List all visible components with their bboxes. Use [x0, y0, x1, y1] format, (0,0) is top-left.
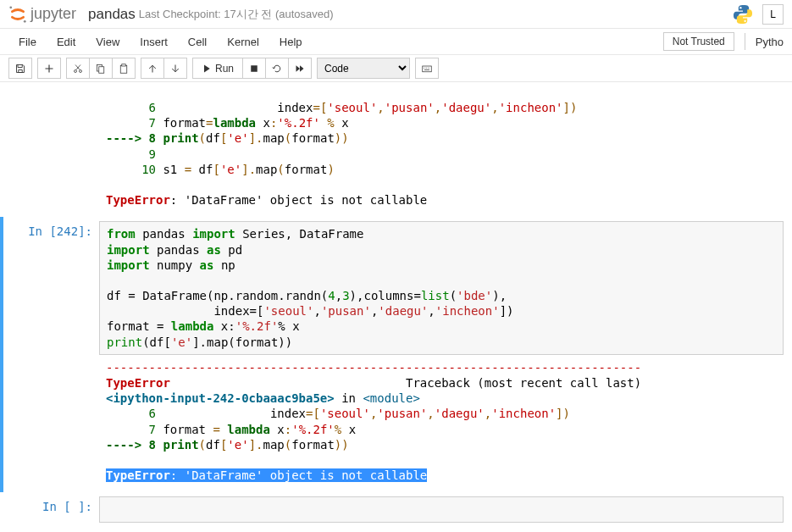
- svg-rect-9: [122, 64, 126, 65]
- copy-button[interactable]: [89, 58, 113, 79]
- svg-point-0: [9, 6, 12, 8]
- keyboard-icon: [422, 64, 432, 74]
- menu-kernel[interactable]: Kernel: [217, 31, 269, 53]
- svg-rect-8: [120, 65, 127, 73]
- kernel-name[interactable]: Pytho: [756, 36, 784, 48]
- paste-button[interactable]: [112, 58, 136, 79]
- login-button[interactable]: L: [762, 4, 784, 25]
- svg-point-2: [740, 7, 742, 8]
- traceback-output: 6 index=['seoul','pusan','daegu','incheo…: [99, 95, 784, 213]
- save-icon: [15, 64, 25, 74]
- menu-insert[interactable]: Insert: [130, 31, 178, 53]
- interrupt-button[interactable]: [242, 58, 266, 79]
- play-icon: [202, 64, 212, 74]
- in-prompt: In [242]:: [27, 221, 99, 488]
- trust-indicator[interactable]: Not Trusted: [663, 32, 734, 51]
- traceback-hr: ----------------------------------------…: [106, 361, 641, 374]
- checkpoint-status: Last Checkpoint: 17시간 전 (autosaved): [139, 7, 334, 22]
- menubar: File Edit View Insert Cell Kernel Help N…: [0, 29, 792, 55]
- cell-empty[interactable]: In [ ]: ​: [0, 492, 792, 526]
- cell-242[interactable]: In [242]: from pandas import Series, Dat…: [0, 217, 792, 492]
- toolbar: Run Code: [0, 55, 792, 82]
- notebook-name[interactable]: pandas: [88, 6, 136, 23]
- restart-icon: [272, 64, 282, 74]
- menu-view[interactable]: View: [86, 31, 130, 53]
- notebook-container[interactable]: 6 index=['seoul','pusan','daegu','incheo…: [0, 82, 792, 531]
- prompt-blank: [27, 95, 99, 213]
- command-palette-button[interactable]: [415, 58, 439, 79]
- svg-point-4: [75, 69, 77, 72]
- cell-type-select[interactable]: Code: [317, 58, 410, 79]
- selected-error-text: TypeError: 'DataFrame' object is not cal…: [106, 468, 427, 482]
- cell-output: ----------------------------------------…: [99, 355, 784, 489]
- plus-icon: [44, 64, 54, 74]
- separator: [745, 33, 745, 50]
- code-input-empty[interactable]: ​: [99, 496, 784, 522]
- err-type: TypeError: [106, 468, 170, 482]
- svg-rect-10: [251, 65, 258, 72]
- restart-button[interactable]: [265, 58, 289, 79]
- cut-icon: [73, 64, 83, 74]
- menu-cell[interactable]: Cell: [178, 31, 217, 53]
- move-down-button[interactable]: [163, 58, 187, 79]
- save-button[interactable]: [8, 58, 32, 79]
- svg-rect-7: [99, 66, 104, 73]
- jupyter-logo[interactable]: jupyter: [8, 5, 76, 24]
- arrow-up-icon: [147, 64, 158, 74]
- move-up-button[interactable]: [141, 58, 164, 79]
- copy-icon: [96, 64, 106, 74]
- menu-file[interactable]: File: [8, 31, 47, 53]
- menu-help[interactable]: Help: [269, 31, 313, 53]
- run-button[interactable]: Run: [192, 58, 243, 79]
- run-label: Run: [215, 63, 234, 75]
- arrow-down-icon: [170, 64, 180, 74]
- add-cell-button[interactable]: [37, 58, 61, 79]
- cell-previous-output: 6 index=['seoul','pusan','daegu','incheo…: [0, 91, 792, 217]
- svg-point-3: [745, 19, 746, 21]
- notebook-header: jupyter pandas Last Checkpoint: 17시간 전 (…: [0, 0, 792, 29]
- fast-forward-icon: [295, 64, 305, 74]
- menu-edit[interactable]: Edit: [47, 31, 86, 53]
- stop-icon: [249, 64, 259, 74]
- cut-button[interactable]: [66, 58, 90, 79]
- jupyter-icon: [8, 5, 27, 24]
- restart-run-button[interactable]: [288, 58, 312, 79]
- in-prompt-empty: In [ ]:: [27, 496, 99, 522]
- jupyter-text: jupyter: [30, 5, 76, 23]
- svg-point-5: [80, 69, 82, 72]
- svg-rect-11: [423, 66, 432, 72]
- python-icon: [732, 3, 754, 25]
- paste-icon: [119, 64, 129, 74]
- svg-point-1: [24, 19, 26, 22]
- code-input[interactable]: from pandas import Series, DataFrame imp…: [99, 221, 784, 355]
- err-msg: : 'DataFrame' object is not callable: [170, 468, 427, 482]
